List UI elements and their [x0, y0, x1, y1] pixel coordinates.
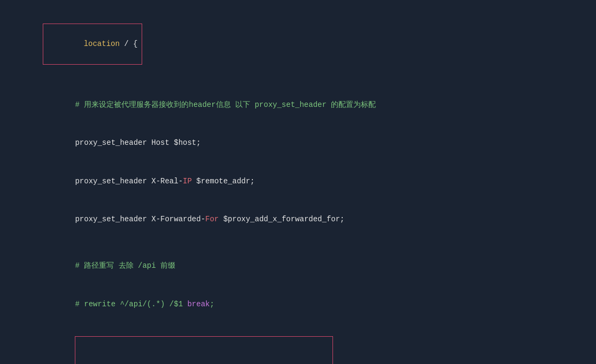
highlight-box-1: proxy_pass http://服务器ip:服务A端口; # 代理转发 #示…: [75, 336, 333, 364]
proxy-pass-block1: proxy_pass http://服务器ip:服务A端口; # 代理转发 #示…: [16, 323, 580, 364]
section1-header: location / {: [16, 11, 580, 78]
blank1: [16, 78, 580, 86]
comment-rewrite-rule1: # rewrite ^/api/(.*) /$1 break;: [16, 285, 580, 323]
code-container: location / { # 用来设定被代理服务器接收到的header信息 以下…: [0, 0, 596, 364]
section1: location / { # 用来设定被代理服务器接收到的header信息 以下…: [16, 11, 580, 364]
directive-host1: proxy_set_header Host $host;: [16, 124, 580, 162]
comment-rewrite1: # 路径重写 去除 /api 前缀: [16, 247, 580, 285]
directive-forwarded1: proxy_set_header X-Forwarded-For $proxy_…: [16, 200, 580, 238]
comment1: # 用来设定被代理服务器接收到的header信息 以下 proxy_set_he…: [16, 86, 580, 124]
directive-realip1: proxy_set_header X-Real-IP $remote_addr;: [16, 162, 580, 200]
blank2: [16, 239, 580, 247]
location-box-1: location / {: [43, 24, 142, 65]
